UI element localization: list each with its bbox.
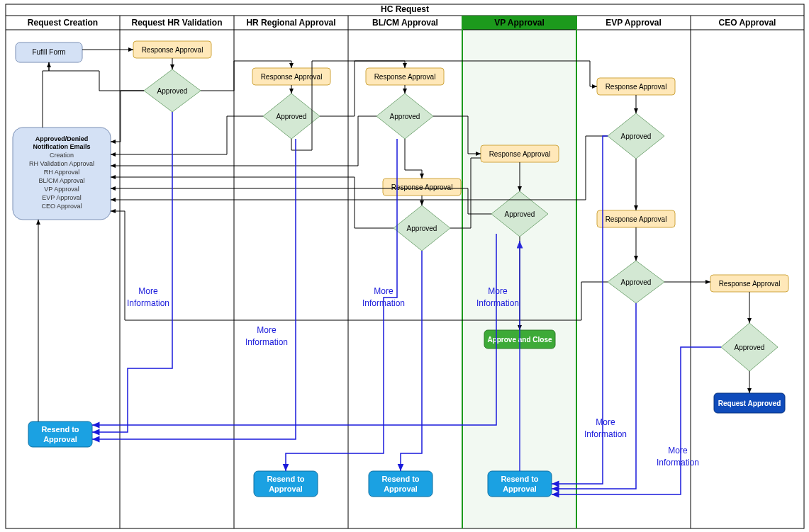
resend-lane0: Resend toApproval xyxy=(28,421,92,447)
ra-hr-validation: Response Approval xyxy=(133,41,211,58)
ra-vp: Response Approval xyxy=(481,145,559,162)
svg-text:Notification Emails: Notification Emails xyxy=(33,143,90,150)
ra-blcm-1: Response Approval xyxy=(366,68,444,85)
svg-text:Response Approval: Response Approval xyxy=(142,46,203,54)
notif-item-2: RH Approval xyxy=(44,169,80,176)
more-info-5a: More xyxy=(596,417,615,427)
svg-text:Approved: Approved xyxy=(621,132,652,140)
more-info-6a: More xyxy=(668,446,688,455)
svg-text:Response Approval: Response Approval xyxy=(391,183,453,191)
svg-text:Response Approval: Response Approval xyxy=(606,83,667,91)
edge-info-2 xyxy=(92,139,296,439)
more-info-2a: More xyxy=(257,325,277,335)
notif-item-5: EVP Approval xyxy=(42,194,81,201)
resend-lane4: Resend toApproval xyxy=(488,471,552,497)
notif-item-6: CEO Approval xyxy=(41,203,82,210)
more-info-3a: More xyxy=(374,286,394,296)
edge xyxy=(49,62,144,91)
more-info-4a: More xyxy=(488,286,508,296)
more-info-2b: Information xyxy=(245,337,288,347)
swimlane-diagram: HC Request Request CreationRequest HR Va… xyxy=(0,0,809,532)
svg-text:Approved/Denied: Approved/Denied xyxy=(35,135,89,142)
svg-text:Approved: Approved xyxy=(735,344,765,351)
edge-notif-1 xyxy=(111,91,144,142)
svg-text:Fufill Form: Fufill Form xyxy=(32,48,65,56)
approved-blcm-2: Approved xyxy=(394,205,450,251)
lane-header-0: Request Creation xyxy=(28,18,98,28)
svg-text:Approved: Approved xyxy=(277,113,307,120)
notif-item-4: VP Approval xyxy=(44,186,79,193)
svg-text:Response Approval: Response Approval xyxy=(489,150,551,158)
lane-header-1: Request HR Validation xyxy=(131,18,222,28)
svg-text:Response Approval: Response Approval xyxy=(606,215,667,223)
notif-item-3: BL/CM Approval xyxy=(38,177,84,184)
more-info-1b: Information xyxy=(127,298,169,308)
edge-notif-3b xyxy=(111,177,394,228)
pool-title: HC Request xyxy=(381,4,429,14)
edge-notif-2 xyxy=(111,116,263,154)
ra-evp-2: Response Approval xyxy=(597,210,675,227)
resend-lane3: Resend toApproval xyxy=(369,471,433,497)
svg-text:Approved: Approved xyxy=(157,87,188,95)
svg-text:Approved: Approved xyxy=(505,210,535,218)
svg-text:Approved: Approved xyxy=(390,113,420,120)
approved-evp-1: Approved xyxy=(608,113,664,159)
lane-header-3: BL/CM Approval xyxy=(372,18,438,28)
fulfill-form: Fufill Form xyxy=(16,43,82,62)
more-info-4b: Information xyxy=(476,298,519,308)
svg-text:Approved: Approved xyxy=(407,225,437,232)
notification-box: Approved/Denied Notification Emails Crea… xyxy=(13,128,111,220)
svg-text:Response Approval: Response Approval xyxy=(261,73,323,81)
more-info-5b: Information xyxy=(584,429,627,439)
approved-hr-validation: Approved xyxy=(144,69,201,112)
approved-hr-regional: Approved xyxy=(263,94,320,139)
svg-text:Approved: Approved xyxy=(621,278,652,286)
lane-header-4: VP Approval xyxy=(494,18,545,28)
ra-ceo: Response Approval xyxy=(710,275,788,292)
edge xyxy=(43,62,49,128)
svg-text:Response Approval: Response Approval xyxy=(719,280,781,288)
svg-text:Response Approval: Response Approval xyxy=(374,73,436,81)
ra-hr-regional: Response Approval xyxy=(252,68,330,85)
ra-blcm-2: Response Approval xyxy=(383,179,461,196)
resend-lane2: Resend toApproval xyxy=(254,471,318,497)
ra-evp-1: Response Approval xyxy=(597,78,675,95)
more-info-1a: More xyxy=(138,286,158,296)
edge-info-4 xyxy=(92,234,496,425)
notif-item-0: Creation xyxy=(50,152,74,159)
edge-info-3b xyxy=(401,251,422,471)
edge xyxy=(405,139,422,179)
svg-text:Request Approved: Request Approved xyxy=(718,400,781,407)
more-info-6b: Information xyxy=(657,458,699,468)
more-info-3b: Information xyxy=(362,298,405,308)
notif-item-1: RH Validation Approval xyxy=(29,160,94,167)
lane-header-2: HR Regional Approval xyxy=(246,18,335,28)
approved-blcm-1: Approved xyxy=(376,94,433,139)
approved-evp-2: Approved xyxy=(608,261,664,303)
edge-notif-3 xyxy=(111,116,376,166)
lane-header-5: EVP Approval xyxy=(606,18,662,28)
request-approved: Request Approved xyxy=(714,393,785,413)
lane-header-6: CEO Approval xyxy=(719,18,776,28)
approved-ceo: Approved xyxy=(721,323,778,371)
